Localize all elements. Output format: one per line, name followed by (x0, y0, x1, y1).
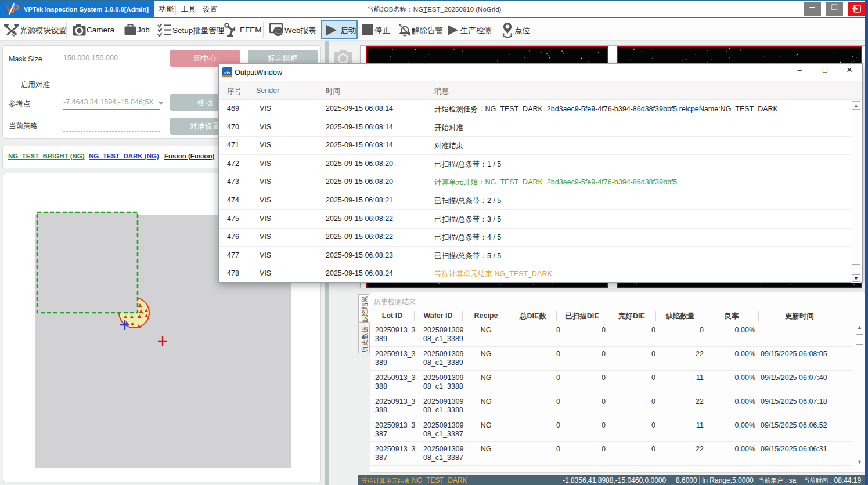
svg-text:vis: vis (224, 70, 231, 75)
